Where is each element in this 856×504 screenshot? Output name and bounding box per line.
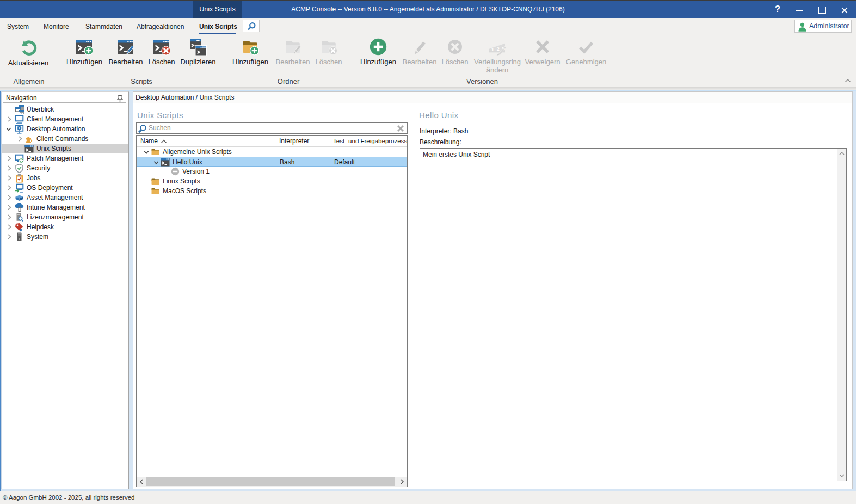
svg-text:1: 1 [491, 47, 494, 52]
svg-text:2: 2 [497, 46, 500, 52]
